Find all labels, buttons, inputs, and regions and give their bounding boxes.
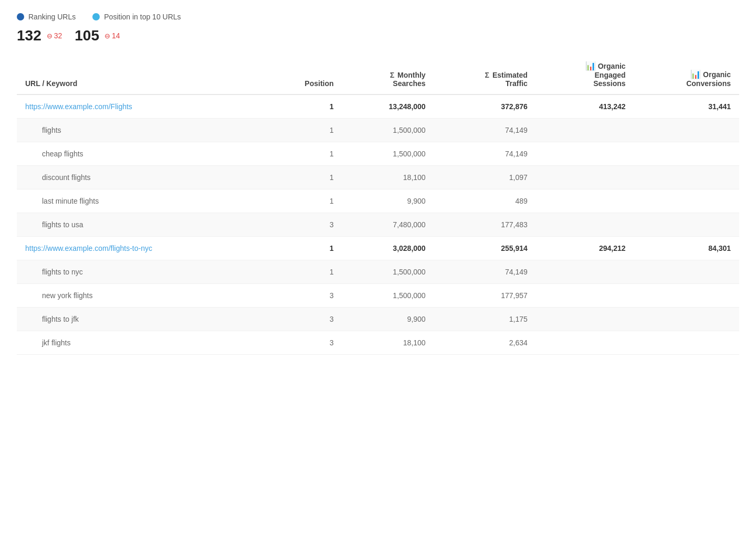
organic-engaged-sessions-cell (536, 260, 634, 284)
legend-item-top10-urls: Position in top 10 URLs (92, 13, 181, 21)
organic-engaged-sessions-cell (536, 284, 634, 308)
col-header-organic-engaged: 📊OrganicEngagedSessions (536, 55, 634, 94)
top10-urls-value: 105 (75, 27, 99, 44)
stats-row: 132 ⊖ 32 105 ⊖ 14 (17, 27, 739, 44)
organic-engaged-sessions-cell (536, 166, 634, 189)
monthly-searches-cell: 3,028,000 (342, 237, 434, 260)
keyword-cell: jkf flights (17, 331, 264, 355)
position-cell: 1 (264, 189, 342, 213)
keyword-cell: new york flights (17, 284, 264, 308)
organic-engaged-sessions-cell (536, 308, 634, 331)
organic-engaged-sessions-cell (536, 213, 634, 237)
estimated-traffic-cell: 1,097 (434, 166, 536, 189)
organic-engaged-sessions-cell (536, 142, 634, 166)
col-header-estimated-traffic: Σ EstimatedTraffic (434, 55, 536, 94)
estimated-traffic-cell: 489 (434, 189, 536, 213)
position-cell: 1 (264, 94, 342, 119)
organic-conversions-cell (634, 213, 739, 237)
keyword-cell: cheap flights (17, 142, 264, 166)
col-header-organic-conversions: 📊OrganicConversions (634, 55, 739, 94)
url-cell[interactable]: https://www.example.com/Flights (17, 94, 264, 119)
keyword-cell: discount flights (17, 166, 264, 189)
ranking-urls-change: ⊖ 32 (47, 31, 62, 40)
monthly-searches-cell: 9,900 (342, 189, 434, 213)
top10-urls-dot (92, 13, 100, 20)
keyword-cell: flights to usa (17, 213, 264, 237)
url-cell[interactable]: https://www.example.com/flights-to-nyc (17, 237, 264, 260)
bar-chart-icon-engaged: 📊 (585, 61, 596, 70)
organic-engaged-sessions-cell (536, 119, 634, 142)
monthly-searches-cell: 1,500,000 (342, 284, 434, 308)
table-row: jkf flights318,1002,634 (17, 331, 739, 355)
organic-engaged-sessions-cell (536, 331, 634, 355)
legend-item-ranking-urls: Ranking URLs (17, 13, 76, 21)
monthly-searches-cell: 9,900 (342, 308, 434, 331)
table-row: flights to jfk39,9001,175 (17, 308, 739, 331)
organic-engaged-sessions-cell: 294,212 (536, 237, 634, 260)
position-cell: 3 (264, 284, 342, 308)
estimated-traffic-cell: 74,149 (434, 142, 536, 166)
position-cell: 1 (264, 237, 342, 260)
organic-conversions-cell (634, 142, 739, 166)
organic-conversions-cell (634, 189, 739, 213)
estimated-traffic-cell: 1,175 (434, 308, 536, 331)
col-header-position: Position (264, 55, 342, 94)
organic-engaged-sessions-cell: 413,242 (536, 94, 634, 119)
sum-icon-traffic: Σ (485, 71, 489, 79)
estimated-traffic-cell: 177,483 (434, 213, 536, 237)
organic-conversions-cell (634, 331, 739, 355)
organic-conversions-cell (634, 166, 739, 189)
col-header-monthly-searches: Σ MonthlySearches (342, 55, 434, 94)
organic-conversions-cell (634, 284, 739, 308)
position-cell: 1 (264, 166, 342, 189)
bar-chart-icon-conversions: 📊 (690, 70, 701, 79)
table-row: https://www.example.com/flights-to-nyc13… (17, 237, 739, 260)
estimated-traffic-cell: 2,634 (434, 331, 536, 355)
organic-conversions-cell: 84,301 (634, 237, 739, 260)
url-link[interactable]: https://www.example.com/flights-to-nyc (25, 244, 152, 252)
top10-change-arrow: ⊖ (104, 32, 110, 40)
table-header-row: URL / Keyword Position Σ MonthlySearches… (17, 55, 739, 94)
main-table: URL / Keyword Position Σ MonthlySearches… (17, 55, 739, 355)
table-row: new york flights31,500,000177,957 (17, 284, 739, 308)
stat-group-top10: 105 ⊖ 14 (75, 27, 120, 44)
organic-engaged-sessions-cell (536, 189, 634, 213)
monthly-searches-cell: 18,100 (342, 166, 434, 189)
position-cell: 1 (264, 260, 342, 284)
organic-conversions-cell (634, 119, 739, 142)
keyword-cell: flights to nyc (17, 260, 264, 284)
estimated-traffic-cell: 255,914 (434, 237, 536, 260)
monthly-searches-cell: 7,480,000 (342, 213, 434, 237)
monthly-searches-cell: 1,500,000 (342, 142, 434, 166)
keyword-cell: flights (17, 119, 264, 142)
ranking-change-arrow: ⊖ (47, 32, 52, 40)
position-cell: 3 (264, 308, 342, 331)
monthly-searches-cell: 13,248,000 (342, 94, 434, 119)
table-row: flights11,500,00074,149 (17, 119, 739, 142)
estimated-traffic-cell: 74,149 (434, 119, 536, 142)
table-row: flights to nyc11,500,00074,149 (17, 260, 739, 284)
table-row: discount flights118,1001,097 (17, 166, 739, 189)
ranking-change-value: 32 (54, 31, 62, 40)
organic-conversions-cell (634, 260, 739, 284)
legend: Ranking URLs Position in top 10 URLs (17, 13, 739, 21)
organic-conversions-cell (634, 308, 739, 331)
ranking-urls-value: 132 (17, 27, 41, 44)
organic-conversions-cell: 31,441 (634, 94, 739, 119)
legend-label-ranking-urls: Ranking URLs (28, 13, 76, 21)
table-row: cheap flights11,500,00074,149 (17, 142, 739, 166)
sum-icon-searches: Σ (390, 71, 394, 79)
position-cell: 3 (264, 331, 342, 355)
table-row: flights to usa37,480,000177,483 (17, 213, 739, 237)
estimated-traffic-cell: 177,957 (434, 284, 536, 308)
table-row: https://www.example.com/Flights113,248,0… (17, 94, 739, 119)
col-header-url-keyword: URL / Keyword (17, 55, 264, 94)
keyword-cell: last minute flights (17, 189, 264, 213)
url-link[interactable]: https://www.example.com/Flights (25, 102, 132, 111)
ranking-urls-dot (17, 13, 24, 20)
monthly-searches-cell: 1,500,000 (342, 119, 434, 142)
table-row: last minute flights19,900489 (17, 189, 739, 213)
position-cell: 1 (264, 142, 342, 166)
top10-change-value: 14 (112, 31, 120, 40)
keyword-cell: flights to jfk (17, 308, 264, 331)
